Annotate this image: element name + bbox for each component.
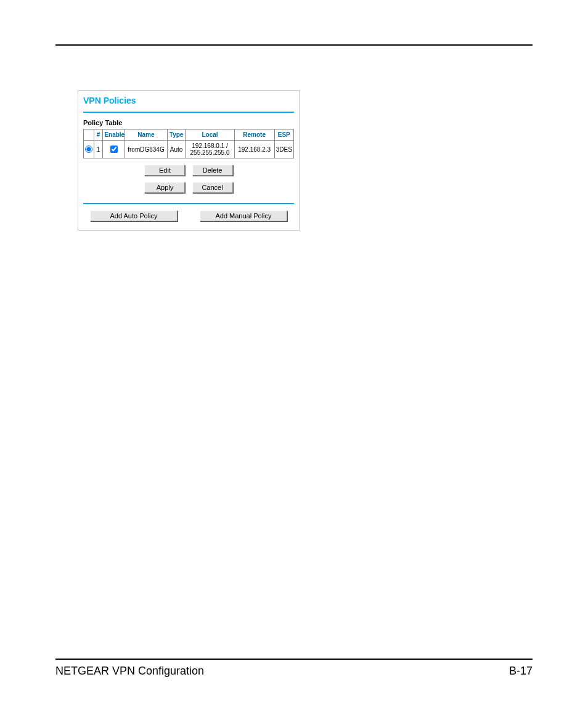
cell-type: Auto xyxy=(167,141,185,158)
row-enable-checkbox[interactable] xyxy=(110,146,118,153)
th-name: Name xyxy=(125,129,167,141)
cell-num: 1 xyxy=(94,141,103,158)
divider xyxy=(83,112,294,113)
cell-remote: 192.168.2.3 xyxy=(234,141,274,158)
top-horizontal-rule xyxy=(55,44,533,46)
table-header-row: # Enable Name Type Local Remote ESP xyxy=(84,129,294,141)
th-enable: Enable xyxy=(103,129,125,141)
edit-button[interactable]: Edit xyxy=(144,165,185,176)
policy-table-label: Policy Table xyxy=(83,119,294,126)
cell-esp: 3DES xyxy=(274,141,293,158)
cell-local: 192.168.0.1 / 255.255.255.0 xyxy=(186,141,234,158)
footer-title: NETGEAR VPN Configuration xyxy=(55,665,204,678)
add-auto-policy-button[interactable]: Add Auto Policy xyxy=(90,210,178,221)
vpn-policies-panel: VPN Policies Policy Table # Enable Name … xyxy=(78,90,300,231)
policy-table: # Enable Name Type Local Remote ESP 1 fr… xyxy=(83,129,294,158)
cancel-button[interactable]: Cancel xyxy=(192,182,233,193)
panel-title: VPN Policies xyxy=(83,94,294,110)
th-type: Type xyxy=(167,129,185,141)
th-local: Local xyxy=(186,129,234,141)
th-esp: ESP xyxy=(274,129,293,141)
footer-page: B-17 xyxy=(509,665,533,678)
divider xyxy=(83,203,294,204)
delete-button[interactable]: Delete xyxy=(192,165,233,176)
bottom-horizontal-rule xyxy=(55,659,533,660)
row-select-radio[interactable] xyxy=(85,146,92,153)
th-remote: Remote xyxy=(234,129,274,141)
add-manual-policy-button[interactable]: Add Manual Policy xyxy=(200,210,287,221)
th-num: # xyxy=(94,129,103,141)
cell-name: fromDG834G xyxy=(125,141,167,158)
table-row: 1 fromDG834G Auto 192.168.0.1 / 255.255.… xyxy=(84,141,294,158)
apply-button[interactable]: Apply xyxy=(144,182,185,193)
th-select xyxy=(84,129,94,141)
